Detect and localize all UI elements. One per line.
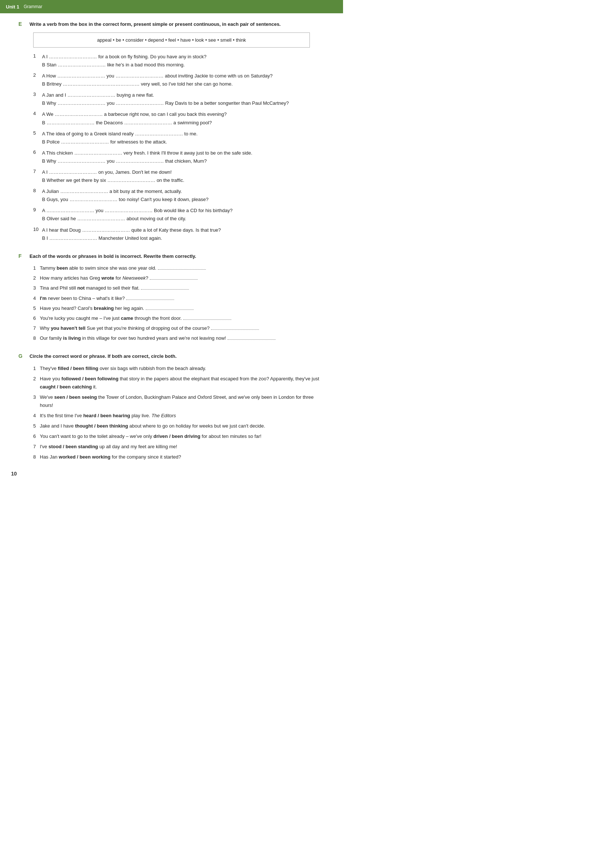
list-item: 2Have you followed / been following that…: [33, 375, 325, 391]
list-item: 4I'm never been to China – what's it lik…: [33, 294, 325, 302]
list-item: 6A This chicken ………………………… very fresh. I…: [33, 149, 325, 165]
word-box: appeal • be • consider • depend • feel •…: [33, 32, 310, 47]
exercise-number: 2: [33, 274, 40, 282]
list-item: 6You're lucky you caught me – I've just …: [33, 314, 325, 322]
section-g-instruction: Circle the correct word or phrase. If bo…: [29, 353, 177, 360]
list-item: 3A Jan and I ………………………… buying a new fla…: [33, 91, 325, 107]
exercise-number: 7: [33, 324, 40, 332]
list-item: 5Have you heard? Carol's breaking her le…: [33, 304, 325, 313]
exercise-number: 3: [33, 393, 40, 401]
list-item: 3Tina and Phil still not managed to sell…: [33, 284, 325, 292]
section-g-letter: G: [18, 353, 27, 359]
list-item: 8A Julian ………………………… a bit busy at the m…: [33, 188, 325, 204]
exercise-number: 9: [33, 207, 42, 212]
answer-line: [183, 319, 231, 320]
exercise-number: 1: [33, 53, 42, 59]
answer-line: [146, 310, 194, 310]
section-e-instruction: Write a verb from the box in the correct…: [29, 21, 281, 28]
exercise-number: 7: [33, 443, 40, 451]
list-item: 7I've stood / been standing up all day a…: [33, 443, 325, 451]
list-item: 1Tammy been able to swim since she was o…: [33, 264, 325, 272]
exercise-number: 1: [33, 364, 40, 372]
exercise-number: 3: [33, 91, 42, 97]
unit-label: Unit 1: [6, 4, 19, 9]
section-e-letter: E: [18, 21, 27, 27]
section-label: Grammar: [24, 4, 43, 9]
section-f-letter: F: [18, 253, 27, 259]
list-item: 8Has Jan worked / been working for the c…: [33, 453, 325, 461]
exercise-number: 5: [33, 130, 42, 136]
section-g-exercises: 1They've filled / been filling over six …: [33, 364, 325, 462]
list-item: 4It's the first time I've heard / been h…: [33, 412, 325, 420]
answer-line: [141, 289, 189, 290]
answer-line: [227, 339, 276, 340]
page-number: 10: [11, 471, 17, 477]
exercise-number: 5: [33, 304, 40, 313]
exercise-number: 4: [33, 110, 42, 116]
list-item: 4A We ………………………… a barbecue right now, s…: [33, 110, 325, 127]
list-item: 10A I hear that Doug ………………………… quite a …: [33, 226, 325, 242]
list-item: 8Our family is living in this village fo…: [33, 334, 325, 342]
list-item: 1They've filled / been filling over six …: [33, 364, 325, 372]
exercise-number: 8: [33, 188, 42, 193]
exercise-number: 8: [33, 334, 40, 342]
list-item: 3We've seen / been seeing the Tower of L…: [33, 393, 325, 409]
exercise-number: 2: [33, 72, 42, 78]
list-item: 1A I ………………………… for a book on fly fishin…: [33, 53, 325, 69]
exercise-number: 4: [33, 294, 40, 302]
list-item: 5A The idea of going to a Greek island r…: [33, 130, 325, 146]
exercise-number: 7: [33, 168, 42, 174]
exercise-number: 4: [33, 412, 40, 420]
list-item: 7Why you haven't tell Sue yet that you'r…: [33, 324, 325, 332]
answer-line: [150, 279, 198, 280]
exercise-number: 8: [33, 453, 40, 461]
exercise-number: 2: [33, 375, 40, 383]
section-g: G Circle the correct word or phrase. If …: [18, 353, 325, 461]
list-item: 5Jake and I have thought / been thinking…: [33, 422, 325, 430]
section-f: F Each of the words or phrases in bold i…: [18, 253, 325, 342]
exercise-number: 3: [33, 284, 40, 292]
exercise-number: 5: [33, 422, 40, 430]
section-e: E Write a verb from the box in the corre…: [18, 21, 325, 242]
section-f-instruction: Each of the words or phrases in bold is …: [29, 253, 196, 260]
list-item: 2How many articles has Greg wrote for Ne…: [33, 274, 325, 282]
exercise-number: 6: [33, 314, 40, 322]
exercise-number: 6: [33, 149, 42, 155]
section-f-exercises: 1Tammy been able to swim since she was o…: [33, 264, 325, 342]
exercise-number: 1: [33, 264, 40, 272]
answer-line: [211, 329, 259, 330]
section-e-exercises: 1A I ………………………… for a book on fly fishin…: [33, 53, 325, 242]
list-item: 7A I ………………………… on you, James. Don't let…: [33, 168, 325, 185]
page-header: Unit 1 Grammar: [0, 0, 343, 13]
exercise-number: 10: [33, 226, 42, 232]
list-item: 6You can't want to go to the toilet alre…: [33, 432, 325, 441]
answer-line: [158, 269, 206, 270]
list-item: 2A How ………………………… you ………………………… about i…: [33, 72, 325, 88]
list-item: 9A ………………………… you ………………………… Bob would l…: [33, 207, 325, 223]
exercise-number: 6: [33, 432, 40, 441]
